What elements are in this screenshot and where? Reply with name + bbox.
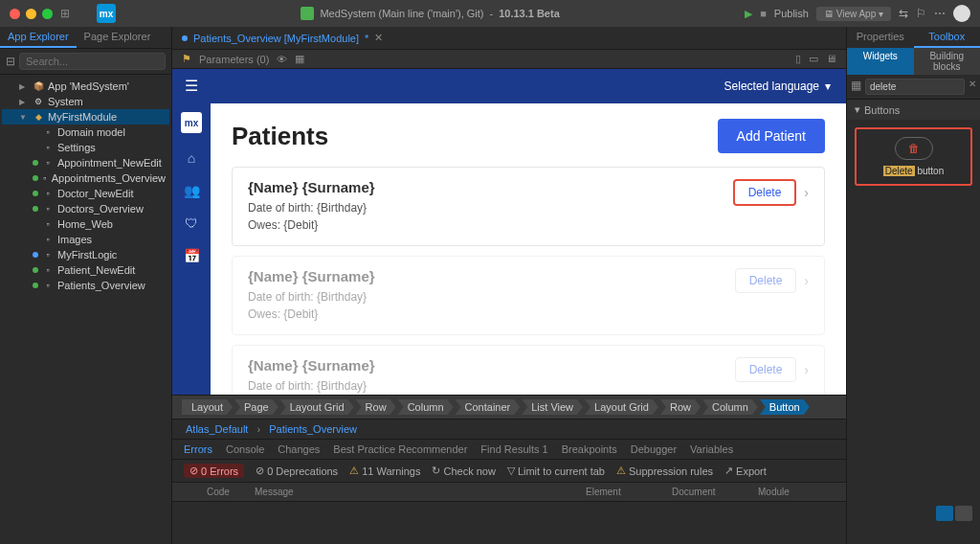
path-page[interactable]: Patients_Overview [269, 423, 357, 435]
mode-building-blocks[interactable]: Building blocks [914, 48, 981, 75]
chevron-down-icon[interactable]: ▾ [825, 79, 831, 93]
list-item[interactable]: {Name} {Surname} Date of birth: {Birthda… [232, 167, 825, 246]
breadcrumb-item[interactable]: Layout Grid [280, 399, 354, 415]
col-message: Message [255, 487, 586, 497]
grid-icon[interactable]: ▦ [295, 53, 304, 65]
add-patient-button[interactable]: Add Patient [718, 119, 825, 153]
breadcrumb-item[interactable]: Row [356, 399, 396, 415]
check-now-button[interactable]: ↻ Check now [432, 464, 495, 478]
stop-icon[interactable]: ■ [760, 8, 767, 19]
minimize-window[interactable] [26, 9, 36, 19]
file-tab[interactable]: Patients_Overview [MyFirstModule] * ✕ [172, 27, 392, 49]
patient-owes: Owes: {Debit} [248, 306, 375, 323]
canvas-area[interactable]: ☰ mx ⌂ 👥 🛡 📅 Selected language ▾ Patient… [172, 69, 846, 395]
selected-language-label[interactable]: Selected language [724, 79, 819, 93]
path-layout[interactable]: Atlas_Default [186, 423, 248, 435]
filter-icon[interactable]: ▦ [851, 79, 861, 95]
search-input[interactable] [19, 53, 166, 70]
tree-module[interactable]: ▼◆MyFirstModule [2, 109, 169, 125]
warnings-count[interactable]: ⚠ 11 Warnings [349, 464, 420, 478]
breadcrumb-item[interactable]: Container [456, 399, 521, 415]
tree-item[interactable]: ▫Domain model [2, 125, 169, 140]
breadcrumb-item[interactable]: List View [522, 399, 583, 415]
breadcrumb-item[interactable]: Layout Grid [585, 399, 658, 415]
tab-properties[interactable]: Properties [847, 27, 914, 48]
export-button[interactable]: ↗ Export [724, 464, 767, 478]
suppression-button[interactable]: ⚠ Suppression rules [616, 464, 713, 478]
close-tab-icon[interactable]: ✕ [374, 32, 383, 44]
tab-app-explorer[interactable]: App Explorer [0, 27, 77, 48]
mode-widgets[interactable]: Widgets [847, 48, 914, 75]
tree-item[interactable]: ▫Appointment_NewEdit [2, 155, 169, 170]
more-icon[interactable]: ⋯ [934, 7, 946, 20]
tab-page-explorer[interactable]: Page Explorer [77, 27, 159, 48]
hamburger-icon[interactable]: ☰ [185, 77, 198, 95]
grid-icon[interactable]: ⊞ [60, 7, 70, 20]
bottom-tab[interactable]: Changes [278, 443, 320, 455]
close-window[interactable] [10, 9, 20, 19]
tree-item[interactable]: ▫Appointments_Overview [2, 170, 169, 186]
avatar[interactable] [953, 5, 970, 22]
bottom-tab[interactable]: Debugger [631, 443, 677, 455]
device-desktop-icon[interactable]: 🖥 [826, 53, 836, 65]
patient-dob: Date of birth: {Birthday} [248, 199, 375, 216]
widget-category-buttons[interactable]: ▾ Buttons [847, 100, 980, 120]
view-app-button[interactable]: 🖥 View App ▾ [816, 7, 891, 21]
tree-item[interactable]: ▫Patients_Overview [2, 278, 169, 293]
calendar-icon[interactable]: 📅 [184, 248, 200, 263]
shield-icon[interactable]: 🛡 [185, 215, 198, 231]
delete-button[interactable]: Delete [735, 357, 797, 382]
breadcrumb-item[interactable]: Row [660, 399, 701, 415]
app-nav-rail: ☰ mx ⌂ 👥 🛡 📅 [172, 69, 211, 395]
parameters-label[interactable]: Parameters (0) [199, 54, 269, 65]
cart-icon[interactable]: ⚐ [916, 7, 926, 20]
users-icon[interactable]: 👥 [184, 183, 200, 198]
breadcrumb-item[interactable]: Page [234, 399, 278, 415]
maximize-window[interactable] [42, 9, 53, 19]
list-item[interactable]: {Name} {Surname} Date of birth: {Birthda… [232, 256, 825, 335]
breadcrumb-item[interactable]: Column [702, 399, 758, 415]
publish-button[interactable]: Publish [774, 8, 809, 19]
tree-item[interactable]: ▫Patient_NewEdit [2, 262, 169, 278]
chevron-right-icon[interactable]: › [804, 362, 809, 377]
tree-item[interactable]: ▫Settings [2, 140, 169, 155]
view-list-icon[interactable] [955, 506, 972, 521]
deprecations-count[interactable]: ⊘ 0 Deprecations [256, 464, 338, 478]
tree-item[interactable]: ▫MyFirstLogic [2, 247, 169, 262]
device-phone-icon[interactable]: ▯ [795, 53, 801, 65]
delete-button[interactable]: Delete [733, 179, 797, 206]
breadcrumb-item[interactable]: Button [760, 399, 810, 415]
limit-tab-toggle[interactable]: ▽ Limit to current tab [507, 464, 605, 478]
tab-toolbox[interactable]: Toolbox [914, 27, 981, 48]
errors-count[interactable]: ⊘ 0 Errors [184, 464, 244, 478]
chevron-right-icon[interactable]: › [804, 273, 809, 288]
breadcrumb-item[interactable]: Layout [182, 399, 233, 415]
collapse-icon[interactable]: ⊟ [6, 55, 15, 68]
delete-button[interactable]: Delete [735, 268, 797, 293]
clear-search-icon[interactable]: ✕ [969, 79, 976, 95]
toolbox-search-input[interactable] [865, 79, 965, 95]
chevron-right-icon[interactable]: › [804, 185, 809, 200]
tree-app-root[interactable]: ▶📦App 'MedSystem' [2, 79, 169, 94]
tree-item[interactable]: ▫Images [2, 232, 169, 247]
bottom-tab[interactable]: Find Results 1 [480, 443, 547, 455]
bottom-tab[interactable]: Breakpoints [562, 443, 617, 455]
list-item[interactable]: {Name} {Surname} Date of birth: {Birthda… [232, 345, 825, 395]
col-document: Document [672, 487, 758, 497]
bottom-tab[interactable]: Errors [184, 443, 212, 455]
play-icon[interactable]: ▶ [745, 8, 752, 20]
tree-item[interactable]: ▫Doctor_NewEdit [2, 186, 169, 201]
breadcrumb-item[interactable]: Column [398, 399, 454, 415]
tree-item[interactable]: ▫Doctors_Overview [2, 201, 169, 216]
bottom-tab[interactable]: Best Practice Recommender [333, 443, 467, 455]
tree-item[interactable]: ▫Home_Web [2, 216, 169, 232]
tree-system[interactable]: ▶⚙System [2, 94, 169, 109]
device-tablet-icon[interactable]: ▭ [809, 53, 818, 65]
bottom-tab[interactable]: Variables [690, 443, 733, 455]
home-icon[interactable]: ⌂ [188, 150, 195, 166]
eye-icon[interactable]: 👁 [277, 54, 287, 65]
view-grid-icon[interactable] [936, 506, 953, 521]
bottom-tab[interactable]: Console [226, 443, 264, 455]
sync-icon[interactable]: ⇆ [899, 7, 908, 20]
widget-delete-button[interactable]: 🗑 Delete button [855, 127, 972, 186]
